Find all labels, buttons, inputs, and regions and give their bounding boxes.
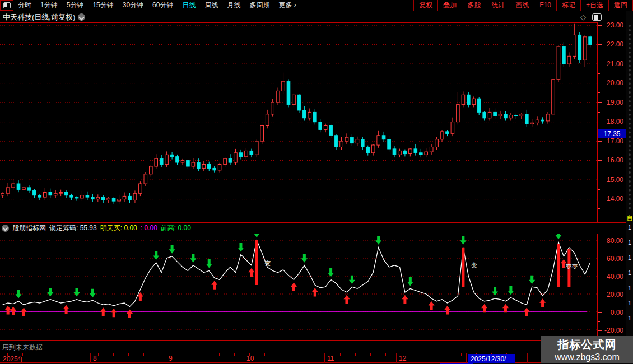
svg-text:变变: 变变 (565, 263, 578, 270)
period-button-group: 分时1分钟5分钟15分钟30分钟60分钟日线周线月线多周期更多 › (13, 0, 301, 11)
timeline-month-label: 11 (327, 354, 334, 362)
period-tab-60分钟[interactable]: 60分钟 (148, 0, 178, 11)
tool-button-F10[interactable]: F10 (534, 0, 556, 11)
edge-digit: 1 (628, 254, 631, 261)
svg-text:变: 变 (471, 262, 477, 268)
tool-button-标记[interactable]: 标记 (556, 0, 580, 11)
tool-button-复权[interactable]: 复权 (413, 0, 437, 11)
edge-digit: 1 (628, 239, 631, 246)
period-tab-15分钟[interactable]: 15分钟 (88, 0, 118, 11)
last-price-highlight: 17.35 (598, 129, 626, 138)
period-tab-5分钟[interactable]: 5分钟 (62, 0, 89, 11)
watermark-title: 指标公式网 (541, 337, 633, 352)
period-tab-日线[interactable]: 日线 (178, 0, 200, 11)
prev-high-label: 前高: 0.00 (161, 223, 191, 233)
period-tab-月线[interactable]: 月线 (222, 0, 245, 11)
indicator-header: 股朋指标网 锁定筹码: 55.93 明天买: 0.00 : 0.00 前高: 0… (0, 222, 626, 233)
indicator-source: 股朋指标网 (12, 223, 46, 233)
page-title: 中天科技(日线,前复权) (3, 12, 85, 22)
timeline-axis: 2025年891011122025/12/30/二 (0, 353, 633, 363)
toolbar-spacer (301, 0, 414, 11)
timeline-month-label: 8 (93, 354, 97, 362)
price-axis: 23.0022.0021.0020.0019.0018.0017.0016.00… (597, 22, 626, 222)
period-tab-多周期[interactable]: 多周期 (245, 0, 274, 11)
edge-digit: 1 (628, 300, 631, 306)
stock-title-text: 中天科技(日线,前复权) (3, 13, 75, 21)
timeline-month-label: 10 (246, 354, 254, 362)
diamond-icon[interactable]: ◇ (580, 13, 586, 21)
panel-toggle-icon[interactable] (592, 13, 602, 21)
period-tab-周线[interactable]: 周线 (200, 0, 222, 11)
tool-button-返回[interactable]: 返回 (608, 0, 633, 11)
watermark-url: www.zbgs3.com (541, 352, 633, 362)
indicator-chart[interactable]: 变变变变 (0, 234, 597, 340)
edge-digit: 1 (628, 269, 631, 276)
timeline-month-label: 12 (399, 354, 406, 362)
period-tab-更多 ›[interactable]: 更多 › (274, 0, 300, 11)
extra-value-label: : 0.00 (141, 224, 157, 232)
period-tab-30分钟[interactable]: 30分钟 (118, 0, 148, 11)
tool-button-画线[interactable]: 画线 (510, 0, 534, 11)
tool-button-group: 复权叠加多股统计画线F10标记+自选返回 (413, 0, 633, 11)
right-edge-panel: 自1111111 (626, 11, 633, 336)
top-toolbar: 分时1分钟5分钟15分钟30分钟60分钟日线周线月线多周期更多 › 复权叠加多股… (0, 0, 633, 11)
edge-tab-char: 自 (627, 214, 633, 222)
lock-chips-label: 锁定筹码: 55.93 (49, 223, 97, 233)
tool-button-+自选[interactable]: +自选 (580, 0, 608, 11)
layout-toggle-button[interactable] (0, 0, 13, 11)
current-date-label: 2025/12/30/二 (468, 354, 515, 364)
app-window: 分时1分钟5分钟15分钟30分钟60分钟日线周线月线多周期更多 › 复权叠加多股… (0, 0, 633, 364)
tool-button-叠加[interactable]: 叠加 (437, 0, 462, 11)
divider (0, 340, 626, 341)
edge-deco (629, 25, 631, 209)
future-data-warning: 用到未来数据 (2, 343, 43, 352)
tool-button-统计[interactable]: 统计 (486, 0, 510, 11)
tool-button-多股[interactable]: 多股 (462, 0, 486, 11)
edge-digit: 1 (628, 284, 631, 291)
main-candlestick-chart[interactable] (0, 22, 597, 222)
timeline-month-label: 2025年 (3, 354, 25, 364)
title-bar: 中天科技(日线,前复权) ◇ (0, 11, 633, 22)
svg-text:变: 变 (265, 260, 271, 267)
edge-digit: 1 (628, 315, 631, 321)
indicator-axis: 80.0060.0040.0020.000.00-20.00 (597, 234, 626, 340)
chevron-down-icon[interactable] (78, 13, 85, 21)
period-tab-分时[interactable]: 分时 (13, 0, 36, 11)
timeline-month-label: 9 (169, 354, 173, 362)
layout-icon (3, 2, 11, 8)
watermark: 指标公式网 www.zbgs3.com (541, 336, 633, 363)
tomorrow-buy-label: 明天买: 0.00 (100, 223, 137, 233)
edge-digit: 1 (628, 224, 631, 231)
indicator-collapse-icon[interactable] (2, 225, 9, 232)
period-tab-1分钟[interactable]: 1分钟 (36, 0, 62, 11)
